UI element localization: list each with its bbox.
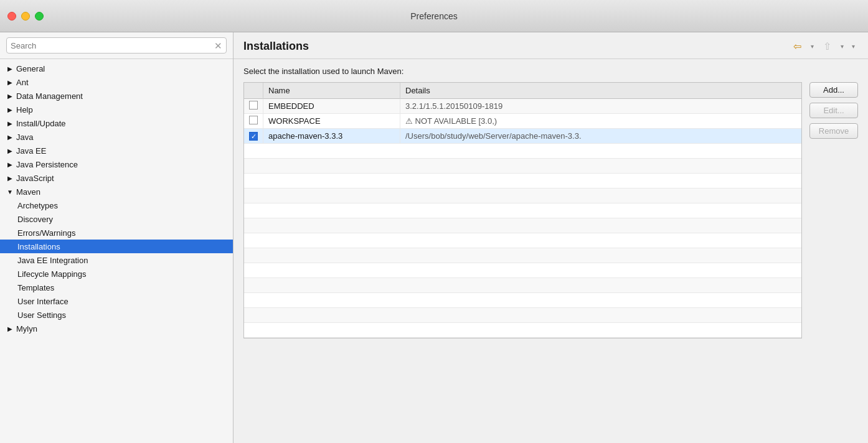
- sidebar: ✕ General Ant Data Management Help: [0, 32, 234, 443]
- arrow-icon: [6, 119, 14, 127]
- table-row-empty: [244, 293, 801, 308]
- row-details-cell: ⚠ NOT AVAILABLE [3.0,): [400, 114, 802, 129]
- table-row-empty: [244, 203, 801, 218]
- close-button[interactable]: [7, 12, 16, 21]
- arrow-icon: [6, 161, 14, 168]
- table-row-empty: [244, 323, 801, 338]
- row-details: ⚠ NOT AVAILABLE [3.0,): [405, 116, 497, 126]
- arrow-icon: [6, 188, 14, 195]
- remove-button[interactable]: Remove: [809, 123, 858, 139]
- sidebar-item-general[interactable]: General: [0, 62, 233, 75]
- arrow-icon: [6, 325, 14, 332]
- forward-button[interactable]: ⇧: [818, 39, 836, 54]
- sidebar-item-ant[interactable]: Ant: [0, 75, 233, 89]
- search-bar: ✕: [0, 32, 233, 59]
- sidebar-item-java[interactable]: Java: [0, 130, 233, 144]
- sidebar-item-templates[interactable]: Templates: [0, 281, 233, 294]
- sidebar-item-help[interactable]: Help: [0, 103, 233, 116]
- table-row[interactable]: ✓ apache-maven-3.3.3 /Users/bob/study/we…: [244, 129, 801, 144]
- window-controls: [7, 12, 44, 21]
- sidebar-item-label: JavaScript: [16, 174, 54, 183]
- sidebar-item-label: Help: [16, 105, 33, 114]
- table-row-empty: [244, 248, 801, 263]
- installations-table: Name Details: [243, 82, 802, 338]
- nav-arrows: ⇦ ▾ ⇧ ▾ ▾: [788, 39, 858, 54]
- sidebar-item-java-ee-integration[interactable]: Java EE Integration: [0, 253, 233, 267]
- row-checkbox[interactable]: [249, 116, 258, 124]
- row-checkbox[interactable]: ✓: [249, 132, 258, 141]
- forward-dropdown[interactable]: ▾: [837, 39, 847, 54]
- col-name-header: Name: [263, 83, 400, 99]
- install-table: Name Details: [244, 83, 801, 338]
- row-name-cell: EMBEDDED: [263, 99, 400, 114]
- arrow-icon: [6, 92, 14, 100]
- back-dropdown[interactable]: ▾: [807, 39, 817, 54]
- sidebar-item-javascript[interactable]: JavaScript: [0, 171, 233, 185]
- sidebar-item-label: General: [16, 64, 45, 73]
- sidebar-item-label: Java: [16, 133, 33, 142]
- sidebar-item-label: Templates: [17, 283, 54, 292]
- row-details: /Users/bob/study/web/Server/apache-maven…: [405, 131, 582, 141]
- row-checkbox[interactable]: [249, 101, 258, 110]
- sidebar-item-install-update[interactable]: Install/Update: [0, 116, 233, 130]
- search-input[interactable]: [11, 41, 214, 50]
- table-container: Name Details: [243, 82, 802, 338]
- minimize-button[interactable]: [21, 12, 30, 21]
- col-details-header: Details: [400, 83, 802, 99]
- row-name: WORKSPACE: [268, 116, 321, 126]
- sidebar-tree: General Ant Data Management Help Install…: [0, 59, 233, 443]
- row-checkbox-cell[interactable]: [244, 114, 263, 129]
- row-name-cell: apache-maven-3.3.3: [263, 129, 400, 144]
- sidebar-item-lifecycle-mappings[interactable]: Lifecycle Mappings: [0, 267, 233, 281]
- arrow-icon: [6, 65, 14, 72]
- arrow-icon: [6, 147, 14, 154]
- sidebar-item-maven[interactable]: Maven: [0, 185, 233, 198]
- table-header-row: Name Details: [244, 83, 801, 99]
- row-checkbox-cell[interactable]: ✓: [244, 129, 263, 144]
- sidebar-item-java-ee[interactable]: Java EE: [0, 144, 233, 157]
- window-title: Preferences: [410, 11, 457, 21]
- table-row-empty: [244, 189, 801, 203]
- table-row-empty: [244, 308, 801, 323]
- sidebar-item-label: Installations: [17, 242, 60, 251]
- table-row-empty: [244, 278, 801, 293]
- titlebar: Preferences: [0, 0, 868, 32]
- row-checkbox-cell[interactable]: [244, 99, 263, 114]
- edit-button[interactable]: Edit...: [809, 103, 858, 118]
- table-row-empty: [244, 233, 801, 248]
- sidebar-item-label: Java EE Integration: [17, 256, 88, 265]
- content-description: Select the installation used to launch M…: [243, 67, 858, 76]
- sidebar-item-label: Java Persistence: [16, 160, 78, 169]
- table-row-empty: [244, 144, 801, 159]
- row-details-cell: 3.2.1/1.5.1.20150109-1819: [400, 99, 802, 114]
- search-clear-icon[interactable]: ✕: [214, 41, 222, 50]
- sidebar-item-label: Install/Update: [16, 119, 66, 128]
- arrow-icon: [6, 78, 14, 86]
- sidebar-item-archetypes[interactable]: Archetypes: [0, 198, 233, 212]
- search-input-wrap[interactable]: ✕: [6, 37, 227, 54]
- table-row[interactable]: WORKSPACE ⚠ NOT AVAILABLE [3.0,): [244, 114, 801, 129]
- page-title: Installations: [243, 40, 309, 53]
- sidebar-item-label: Maven: [16, 187, 40, 197]
- row-details: 3.2.1/1.5.1.20150109-1819: [405, 101, 502, 111]
- sidebar-item-user-settings[interactable]: User Settings: [0, 308, 233, 322]
- sidebar-item-installations[interactable]: Installations: [0, 240, 233, 253]
- arrow-icon: [6, 174, 14, 182]
- menu-dropdown[interactable]: ▾: [848, 39, 858, 54]
- sidebar-item-mylyn[interactable]: Mylyn: [0, 322, 233, 335]
- main-layout: ✕ General Ant Data Management Help: [0, 32, 868, 443]
- sidebar-item-java-persistence[interactable]: Java Persistence: [0, 157, 233, 171]
- back-button[interactable]: ⇦: [788, 39, 806, 54]
- content-body: Select the installation used to launch M…: [234, 59, 868, 443]
- row-name: apache-maven-3.3.3: [268, 131, 342, 141]
- sidebar-item-errors-warnings[interactable]: Errors/Warnings: [0, 226, 233, 240]
- maximize-button[interactable]: [35, 12, 44, 21]
- sidebar-item-data-management[interactable]: Data Management: [0, 89, 233, 103]
- sidebar-item-label: Discovery: [17, 215, 53, 224]
- sidebar-item-user-interface[interactable]: User Interface: [0, 294, 233, 308]
- sidebar-item-label: Archetypes: [17, 201, 58, 210]
- table-row[interactable]: EMBEDDED 3.2.1/1.5.1.20150109-1819: [244, 99, 801, 114]
- add-button[interactable]: Add...: [809, 82, 858, 98]
- table-row-empty: [244, 174, 801, 189]
- sidebar-item-discovery[interactable]: Discovery: [0, 212, 233, 226]
